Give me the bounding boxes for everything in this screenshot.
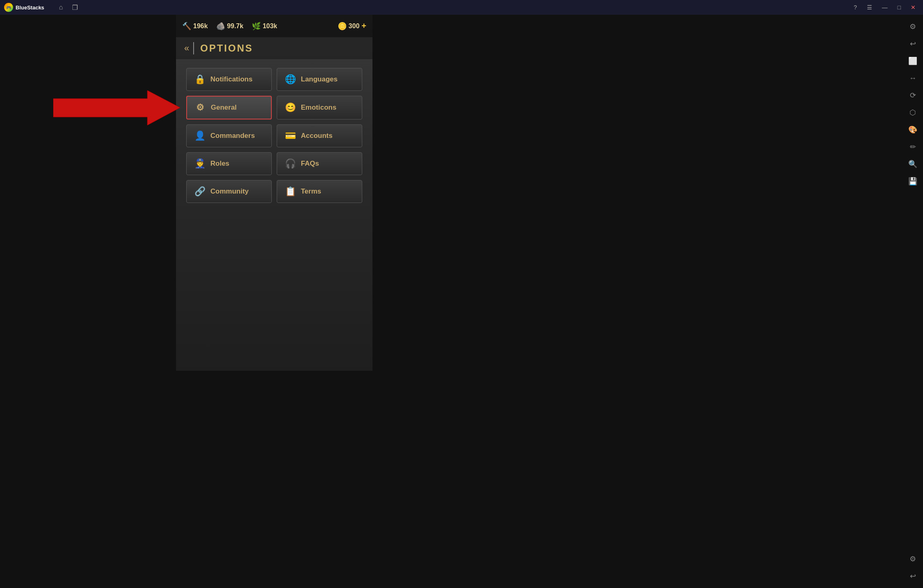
terms-label: Terms: [301, 187, 321, 196]
menu-button[interactable]: ☰: [864, 3, 876, 11]
notifications-button[interactable]: 🔒 Notifications: [186, 68, 272, 91]
commanders-icon: 👤: [194, 131, 205, 141]
faqs-button[interactable]: 🎧 FAQs: [277, 152, 362, 175]
roles-label: Roles: [210, 160, 229, 168]
titlebar: 🎮 BlueStacks ⌂ ❐ ? ☰ — □ ✕: [0, 0, 923, 15]
gold-resource: 🪙 300 +: [338, 21, 366, 31]
app-logo: 🎮 BlueStacks: [4, 3, 44, 12]
sidebar-btn-8[interactable]: ✏: [905, 139, 921, 155]
general-icon: ⚙: [194, 102, 206, 113]
options-header: « OPTIONS: [176, 37, 372, 60]
accounts-button[interactable]: 💳 Accounts: [277, 124, 362, 147]
shield-icon: 🪨: [216, 22, 225, 31]
accounts-icon: 💳: [284, 131, 296, 141]
app-name: BlueStacks: [16, 5, 44, 11]
close-button[interactable]: ✕: [907, 3, 919, 11]
sidebar-btn-5[interactable]: ⟳: [905, 88, 921, 103]
emoticons-label: Emoticons: [301, 104, 336, 112]
notifications-icon: 🔒: [194, 74, 205, 85]
sidebar-btn-3[interactable]: ⬜: [905, 53, 921, 69]
community-button[interactable]: 🔗 Community: [186, 180, 272, 203]
svg-marker-0: [53, 90, 180, 125]
annotation-arrow: [53, 90, 180, 127]
maximize-button[interactable]: □: [894, 3, 904, 11]
sidebar-btn-6[interactable]: ⬡: [905, 105, 921, 120]
titlebar-nav: ⌂ ❐: [56, 3, 80, 12]
options-grid: 🔒 Notifications 🌐 Languages ⚙ General 😊 …: [176, 60, 372, 211]
home-nav-button[interactable]: ⌂: [56, 3, 65, 12]
gold-icon: 🪙: [338, 22, 347, 31]
hammer-icon: 🔨: [182, 22, 191, 31]
hammer-resource: 🔨 196k: [182, 22, 208, 31]
sidebar-btn-9[interactable]: 🔍: [905, 156, 921, 172]
shield-value: 99.7k: [227, 23, 244, 30]
languages-label: Languages: [301, 75, 338, 83]
header-divider: [193, 42, 194, 54]
shield-resource: 🪨 99.7k: [216, 22, 244, 31]
food-value: 103k: [263, 23, 278, 30]
faqs-label: FAQs: [301, 160, 319, 168]
sidebar-btn-4[interactable]: ↔: [905, 70, 921, 86]
sidebar-btn-10[interactable]: 💾: [905, 173, 921, 189]
sidebar-btn-7[interactable]: 🎨: [905, 122, 921, 137]
accounts-label: Accounts: [301, 132, 332, 140]
notifications-label: Notifications: [210, 75, 253, 83]
hammer-value: 196k: [193, 23, 208, 30]
roles-icon: 👮: [194, 158, 205, 169]
game-panel: 🔨 196k 🪨 99.7k 🌿 103k 🪙 300 + « OPTIONS: [176, 15, 372, 371]
back-button[interactable]: «: [184, 43, 189, 54]
commanders-label: Commanders: [210, 132, 255, 140]
emoticons-button[interactable]: 😊 Emoticons: [277, 96, 362, 119]
commanders-button[interactable]: 👤 Commanders: [186, 124, 272, 147]
roles-button[interactable]: 👮 Roles: [186, 152, 272, 175]
minimize-button[interactable]: —: [879, 3, 891, 11]
help-button[interactable]: ?: [851, 3, 860, 11]
terms-button[interactable]: 📋 Terms: [277, 180, 362, 203]
community-icon: 🔗: [194, 186, 205, 197]
window-controls: ? ☰ — □ ✕: [851, 3, 919, 11]
community-label: Community: [210, 187, 249, 196]
sidebar-settings-button[interactable]: ⚙: [905, 551, 921, 567]
multi-nav-button[interactable]: ❐: [70, 3, 80, 12]
sidebar-back-button[interactable]: ↩: [905, 568, 921, 584]
faqs-icon: 🎧: [284, 158, 296, 169]
food-resource: 🌿 103k: [252, 22, 278, 31]
sidebar-btn-1[interactable]: ⚙: [905, 19, 921, 34]
languages-button[interactable]: 🌐 Languages: [277, 68, 362, 91]
languages-icon: 🌐: [284, 74, 296, 85]
general-label: General: [211, 104, 237, 112]
right-sidebar: ⚙ ↩ ⬜ ↔ ⟳ ⬡ 🎨 ✏ 🔍 💾 ⚙ ↩: [903, 15, 923, 588]
terms-icon: 📋: [284, 186, 296, 197]
resource-bar: 🔨 196k 🪨 99.7k 🌿 103k 🪙 300 +: [176, 15, 372, 37]
bluestacks-icon: 🎮: [4, 3, 13, 12]
gold-value: 300: [349, 23, 360, 30]
emoticons-icon: 😊: [284, 102, 296, 113]
food-icon: 🌿: [252, 22, 261, 31]
options-title: OPTIONS: [200, 43, 253, 54]
game-area: 🔨 196k 🪨 99.7k 🌿 103k 🪙 300 + « OPTIONS: [0, 15, 903, 588]
sidebar-btn-2[interactable]: ↩: [905, 36, 921, 52]
gold-plus-button[interactable]: +: [361, 21, 366, 31]
general-button[interactable]: ⚙ General: [186, 96, 272, 119]
